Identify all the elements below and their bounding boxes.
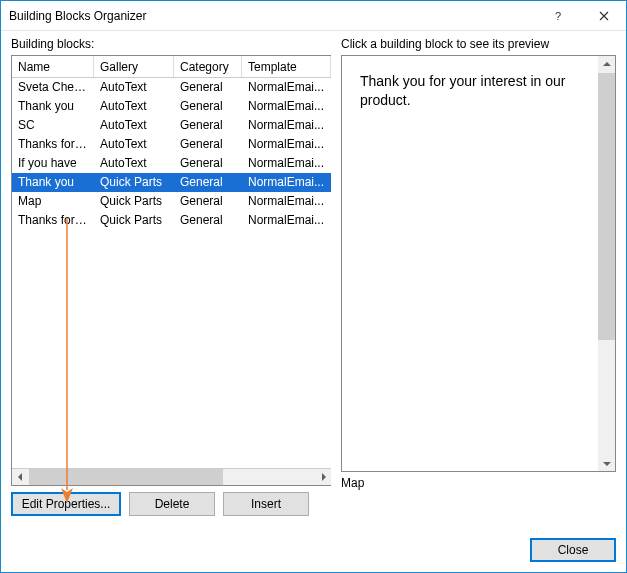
cell-template: NormalEmai... xyxy=(242,211,331,230)
action-button-row: Edit Properties... Delete Insert xyxy=(11,486,331,522)
cell-name: If you have xyxy=(12,154,94,173)
edit-properties-button[interactable]: Edit Properties... xyxy=(11,492,121,516)
dialog-content: Building blocks: Name Gallery Category T… xyxy=(1,31,626,532)
cell-template: NormalEmai... xyxy=(242,173,331,192)
table-row[interactable]: If you haveAutoTextGeneralNormalEmai... xyxy=(12,154,331,173)
cell-category: General xyxy=(174,192,242,211)
preview-scroll-thumb[interactable] xyxy=(598,73,615,340)
chevron-down-icon xyxy=(603,459,611,467)
cell-template: NormalEmai... xyxy=(242,154,331,173)
cell-name: Thanks for ... xyxy=(12,135,94,154)
cell-gallery: AutoText xyxy=(94,116,174,135)
cell-gallery: Quick Parts xyxy=(94,211,174,230)
scroll-left-button[interactable] xyxy=(12,469,29,485)
help-button[interactable]: ? xyxy=(536,1,581,31)
scroll-right-button[interactable] xyxy=(314,469,331,485)
column-header-category[interactable]: Category xyxy=(174,56,242,77)
help-icon: ? xyxy=(554,11,564,21)
preview-pane: Click a building block to see its previe… xyxy=(341,37,616,522)
delete-button[interactable]: Delete xyxy=(129,492,215,516)
cell-gallery: Quick Parts xyxy=(94,192,174,211)
cell-name: Sveta Cheu... xyxy=(12,78,94,97)
cell-gallery: AutoText xyxy=(94,97,174,116)
table-row[interactable]: Sveta Cheu...AutoTextGeneralNormalEmai..… xyxy=(12,78,331,97)
building-blocks-pane: Building blocks: Name Gallery Category T… xyxy=(11,37,331,522)
titlebar: Building Blocks Organizer ? xyxy=(1,1,626,31)
table-row[interactable]: MapQuick PartsGeneralNormalEmai... xyxy=(12,192,331,211)
scroll-down-button[interactable] xyxy=(598,454,615,471)
preview-text: Thank you for your interest in our produ… xyxy=(360,73,565,108)
table-row[interactable]: SCAutoTextGeneralNormalEmai... xyxy=(12,116,331,135)
cell-template: NormalEmai... xyxy=(242,192,331,211)
preview-selected-name: Map xyxy=(341,472,616,492)
table-row[interactable]: Thanks for ...Quick PartsGeneralNormalEm… xyxy=(12,211,331,230)
cell-name: Thanks for ... xyxy=(12,211,94,230)
column-header-gallery[interactable]: Gallery xyxy=(94,56,174,77)
cell-name: SC xyxy=(12,116,94,135)
table-body: Sveta Cheu...AutoTextGeneralNormalEmai..… xyxy=(12,78,331,468)
table-row[interactable]: Thank youQuick PartsGeneralNormalEmai... xyxy=(12,173,331,192)
preview-scroll-track[interactable] xyxy=(598,73,615,454)
cell-gallery: AutoText xyxy=(94,135,174,154)
cell-category: General xyxy=(174,135,242,154)
table-row[interactable]: Thanks for ...AutoTextGeneralNormalEmai.… xyxy=(12,135,331,154)
chevron-up-icon xyxy=(603,61,611,69)
close-window-button[interactable] xyxy=(581,1,626,31)
chevron-right-icon xyxy=(319,473,327,481)
cell-gallery: Quick Parts xyxy=(94,173,174,192)
close-button[interactable]: Close xyxy=(530,538,616,562)
scroll-thumb[interactable] xyxy=(29,469,223,485)
preview-vertical-scrollbar[interactable] xyxy=(598,56,615,471)
close-icon xyxy=(599,11,609,21)
scroll-track[interactable] xyxy=(29,469,314,485)
cell-category: General xyxy=(174,173,242,192)
cell-category: General xyxy=(174,116,242,135)
insert-button[interactable]: Insert xyxy=(223,492,309,516)
building-blocks-label: Building blocks: xyxy=(11,37,331,55)
cell-template: NormalEmai... xyxy=(242,135,331,154)
column-header-template[interactable]: Template xyxy=(242,56,331,77)
dialog-footer: Close xyxy=(1,532,626,572)
table-row[interactable]: Thank youAutoTextGeneralNormalEmai... xyxy=(12,97,331,116)
horizontal-scrollbar[interactable] xyxy=(12,468,331,485)
preview-label: Click a building block to see its previe… xyxy=(341,37,616,55)
cell-category: General xyxy=(174,154,242,173)
building-blocks-table[interactable]: Name Gallery Category Template Sveta Che… xyxy=(11,55,331,486)
svg-text:?: ? xyxy=(555,11,561,21)
cell-template: NormalEmai... xyxy=(242,116,331,135)
table-header-row: Name Gallery Category Template xyxy=(12,56,331,78)
preview-box: Thank you for your interest in our produ… xyxy=(341,55,616,472)
cell-category: General xyxy=(174,78,242,97)
building-blocks-organizer-dialog: Building Blocks Organizer ? Building blo… xyxy=(0,0,627,573)
cell-template: NormalEmai... xyxy=(242,97,331,116)
cell-template: NormalEmai... xyxy=(242,78,331,97)
cell-name: Map xyxy=(12,192,94,211)
chevron-left-icon xyxy=(17,473,25,481)
dialog-title: Building Blocks Organizer xyxy=(9,9,536,23)
cell-category: General xyxy=(174,211,242,230)
cell-gallery: AutoText xyxy=(94,154,174,173)
scroll-up-button[interactable] xyxy=(598,56,615,73)
cell-name: Thank you xyxy=(12,173,94,192)
cell-gallery: AutoText xyxy=(94,78,174,97)
cell-category: General xyxy=(174,97,242,116)
cell-name: Thank you xyxy=(12,97,94,116)
column-header-name[interactable]: Name xyxy=(12,56,94,77)
